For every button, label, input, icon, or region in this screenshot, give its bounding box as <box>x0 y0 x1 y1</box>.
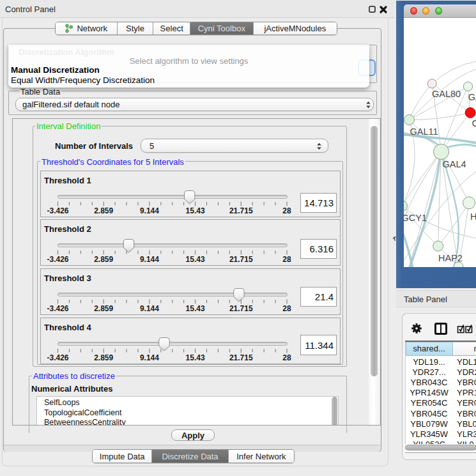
svg-text:GA: GA <box>468 92 476 102</box>
svg-text:28: 28 <box>282 353 291 362</box>
svg-text:2.859: 2.859 <box>94 206 113 215</box>
svg-text:9.144: 9.144 <box>140 206 159 215</box>
svg-text:28: 28 <box>282 255 291 264</box>
svg-text:-3.426: -3.426 <box>47 206 68 215</box>
svg-text:GAL11: GAL11 <box>410 126 438 136</box>
svg-text:15.43: 15.43 <box>186 353 205 362</box>
svg-text:9.144: 9.144 <box>140 255 159 264</box>
svg-text:21.715: 21.715 <box>229 353 253 362</box>
svg-text:H: H <box>470 211 476 221</box>
svg-text:HAP2: HAP2 <box>438 252 463 263</box>
svg-text:9.144: 9.144 <box>140 353 159 362</box>
svg-text:-3.426: -3.426 <box>47 304 68 313</box>
svg-text:2.859: 2.859 <box>94 353 113 362</box>
svg-text:-3.426: -3.426 <box>47 255 68 264</box>
svg-text:21.715: 21.715 <box>229 255 253 264</box>
svg-text:GAL80: GAL80 <box>432 89 461 99</box>
svg-text:15.43: 15.43 <box>186 255 205 264</box>
svg-text:28: 28 <box>282 304 291 313</box>
svg-text:2.859: 2.859 <box>94 255 113 264</box>
svg-text:9.144: 9.144 <box>140 304 159 313</box>
svg-text:15.43: 15.43 <box>186 304 205 313</box>
svg-text:21.715: 21.715 <box>229 304 253 313</box>
svg-text:15.43: 15.43 <box>186 206 205 215</box>
svg-text:GCY1: GCY1 <box>404 212 427 222</box>
svg-text:-3.426: -3.426 <box>47 353 68 362</box>
svg-text:GAL4: GAL4 <box>442 159 466 169</box>
svg-text:28: 28 <box>282 206 291 215</box>
svg-text:C: C <box>472 118 476 128</box>
svg-text:21.715: 21.715 <box>229 206 253 215</box>
svg-text:2.859: 2.859 <box>94 304 113 313</box>
